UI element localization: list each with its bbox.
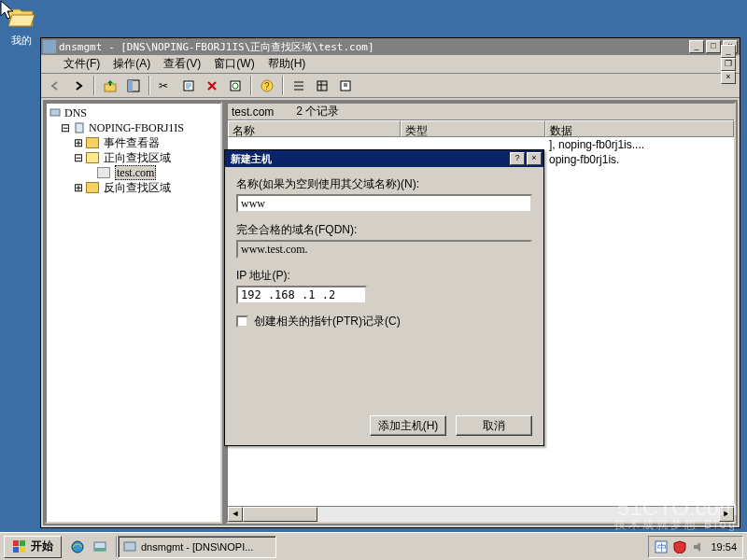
- list-icon: [292, 79, 305, 92]
- taskbar: 开始 dnsmgmt - [DNS\NOPI... 中 19:54: [0, 532, 747, 560]
- list-view-button[interactable]: [289, 76, 309, 95]
- dialog-close-button[interactable]: ×: [527, 152, 542, 165]
- label-hostname: 名称(如果为空则使用其父域名称)(N):: [236, 176, 532, 192]
- menu-window[interactable]: 窗口(W): [208, 54, 260, 74]
- dialog-help-button[interactable]: ?: [510, 152, 525, 165]
- taskbar-app-button[interactable]: dnsmgmt - [DNS\NOPI...: [118, 536, 276, 558]
- task-label: dnsmgmt - [DNS\NOPI...: [141, 541, 253, 553]
- start-button[interactable]: 开始: [4, 536, 62, 558]
- window-titlebar[interactable]: dnsmgmt - [DNS\NOPING-FBORJ1IS\正向查找区域\te…: [41, 38, 740, 55]
- forward-button[interactable]: [68, 76, 89, 95]
- mdi-sys-icon[interactable]: [45, 54, 56, 74]
- delete-button[interactable]: [202, 76, 222, 95]
- svg-rect-12: [76, 123, 83, 133]
- row-data: oping-fb0rj1is.: [549, 153, 619, 166]
- watermark: 51CTO.com 技术成就梦想 Blog: [614, 497, 738, 530]
- svg-text:?: ?: [264, 81, 270, 91]
- refresh-button[interactable]: [225, 76, 246, 95]
- scroll-thumb[interactable]: [243, 507, 317, 522]
- col-data[interactable]: 数据: [545, 120, 734, 137]
- arrow-left-icon: [49, 80, 61, 91]
- cursor-arrow-icon: [0, 0, 17, 22]
- label-ptr: 创建相关的指针(PTR)记录(C): [254, 314, 401, 329]
- list-summary: test.com 2 个记录: [228, 104, 734, 120]
- tree-pane-icon: [127, 79, 140, 92]
- list-zone-name: test.com: [232, 105, 274, 119]
- quick-launch: [67, 537, 110, 557]
- cancel-button[interactable]: 取消: [456, 415, 532, 436]
- scissors-icon: ✂: [159, 79, 172, 92]
- menu-view[interactable]: 查看(V): [158, 54, 206, 74]
- svg-rect-14: [20, 540, 25, 546]
- menu-file[interactable]: 文件(F): [58, 54, 106, 74]
- hostname-input[interactable]: [236, 194, 532, 213]
- dialog-title: 新建主机: [227, 152, 510, 166]
- ip-address-input[interactable]: 192 .168 .1 .2: [236, 286, 367, 304]
- add-host-button[interactable]: 添加主机(H): [370, 415, 446, 436]
- mdi-close-button[interactable]: ×: [721, 71, 736, 84]
- detail-view-button[interactable]: [312, 76, 332, 95]
- tree-root-dns[interactable]: DNS: [49, 105, 218, 120]
- details-icon: [316, 79, 329, 92]
- list-columns: 名称 类型 数据: [228, 120, 734, 137]
- menu-help[interactable]: 帮助(H): [262, 54, 312, 74]
- tray-clock: 19:54: [711, 541, 737, 553]
- col-name[interactable]: 名称: [228, 120, 401, 137]
- tree-server[interactable]: ⊟ NOPING-FBORJ1IS: [49, 120, 218, 135]
- collapse-icon[interactable]: ⊟: [73, 150, 83, 165]
- properties-button[interactable]: [178, 76, 199, 95]
- ptr-checkbox[interactable]: [236, 315, 248, 328]
- up-button[interactable]: [100, 76, 120, 95]
- tree-event-viewer[interactable]: ⊞ 事件查看器: [49, 135, 218, 150]
- menubar: 文件(F) 操作(A) 查看(V) 窗口(W) 帮助(H) _ ❐ ×: [41, 55, 740, 74]
- expand-icon[interactable]: ⊞: [73, 135, 83, 150]
- new-host-dialog: 新建主机 ? × 名称(如果为空则使用其父域名称)(N): 完全合格的域名(FQ…: [224, 149, 544, 446]
- svg-rect-20: [124, 542, 135, 551]
- tree-forward-zones[interactable]: ⊟ 正向查找区域: [49, 150, 218, 165]
- ie-icon: [70, 539, 85, 554]
- label-fqdn: 完全合格的域名(FQDN):: [236, 222, 532, 238]
- tree-zone-testcom[interactable]: test.com: [49, 165, 218, 180]
- ql-ie[interactable]: [67, 537, 88, 557]
- start-label: 开始: [31, 539, 53, 554]
- watermark-sub: 技术成就梦想 Blog: [614, 519, 738, 530]
- svg-rect-13: [13, 540, 19, 546]
- tree-reverse-zones[interactable]: ⊞ 反向查找区域: [49, 180, 218, 195]
- tray-shield-icon[interactable]: [673, 540, 686, 553]
- folder-up-icon: [104, 79, 117, 92]
- toolbar: ✂ ?: [41, 74, 740, 98]
- maximize-button[interactable]: □: [706, 40, 721, 53]
- dns-root-icon: [49, 106, 62, 119]
- svg-rect-2: [128, 80, 133, 91]
- filter-icon: [339, 79, 352, 92]
- filter-button[interactable]: [335, 76, 356, 95]
- scroll-left-button[interactable]: ◄: [228, 507, 243, 522]
- tray-volume-icon[interactable]: [692, 540, 705, 553]
- ql-desktop[interactable]: [90, 537, 110, 557]
- svg-rect-19: [94, 548, 106, 551]
- window-title: dnsmgmt - [DNS\NOPING-FBORJ1IS\正向查找区域\te…: [59, 40, 689, 54]
- server-icon: [73, 121, 86, 134]
- mdi-restore-button[interactable]: ❐: [721, 58, 736, 71]
- collapse-icon[interactable]: ⊟: [60, 120, 70, 135]
- tray-ime-icon[interactable]: 中: [655, 540, 668, 553]
- menu-action[interactable]: 操作(A): [107, 54, 156, 74]
- svg-rect-15: [13, 547, 19, 553]
- help-button[interactable]: ?: [257, 76, 277, 95]
- label-ip: IP 地址(P):: [236, 268, 532, 284]
- app-icon: [43, 40, 56, 53]
- back-button[interactable]: [45, 76, 65, 95]
- system-tray[interactable]: 中 19:54: [648, 536, 743, 558]
- tree-pane[interactable]: DNS ⊟ NOPING-FBORJ1IS ⊞ 事件查看器 ⊟ 正向查找区域: [45, 102, 222, 524]
- cut-button[interactable]: ✂: [155, 76, 176, 95]
- row-data: ], noping-fb0rj1is....: [549, 138, 644, 151]
- dialog-titlebar[interactable]: 新建主机 ? ×: [225, 150, 543, 167]
- delete-x-icon: [206, 80, 218, 91]
- minimize-button[interactable]: _: [689, 40, 704, 53]
- show-tree-button[interactable]: [123, 76, 144, 95]
- expand-icon[interactable]: ⊞: [73, 180, 83, 195]
- col-type[interactable]: 类型: [401, 120, 545, 137]
- dnsmgmt-task-icon: [122, 539, 137, 554]
- arrow-right-icon: [73, 80, 84, 91]
- mdi-minimize-button[interactable]: _: [721, 45, 736, 58]
